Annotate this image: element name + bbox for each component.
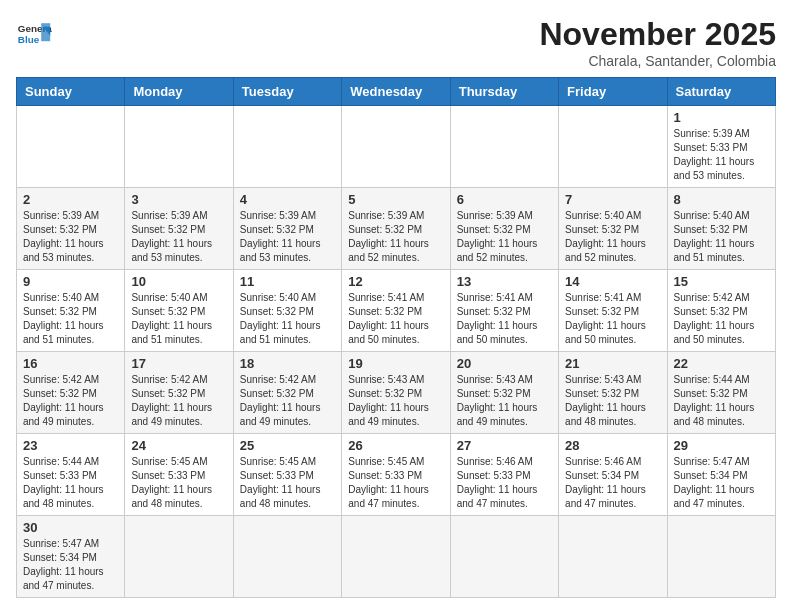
day-cell — [233, 106, 341, 188]
week-row-2: 2Sunrise: 5:39 AM Sunset: 5:32 PM Daylig… — [17, 188, 776, 270]
day-number: 15 — [674, 274, 769, 289]
day-cell: 29Sunrise: 5:47 AM Sunset: 5:34 PM Dayli… — [667, 434, 775, 516]
day-cell: 22Sunrise: 5:44 AM Sunset: 5:32 PM Dayli… — [667, 352, 775, 434]
day-cell: 16Sunrise: 5:42 AM Sunset: 5:32 PM Dayli… — [17, 352, 125, 434]
day-info: Sunrise: 5:43 AM Sunset: 5:32 PM Dayligh… — [457, 373, 552, 429]
day-number: 20 — [457, 356, 552, 371]
day-number: 5 — [348, 192, 443, 207]
day-cell: 27Sunrise: 5:46 AM Sunset: 5:33 PM Dayli… — [450, 434, 558, 516]
day-info: Sunrise: 5:46 AM Sunset: 5:34 PM Dayligh… — [565, 455, 660, 511]
day-cell: 3Sunrise: 5:39 AM Sunset: 5:32 PM Daylig… — [125, 188, 233, 270]
day-info: Sunrise: 5:44 AM Sunset: 5:32 PM Dayligh… — [674, 373, 769, 429]
day-number: 4 — [240, 192, 335, 207]
day-cell: 8Sunrise: 5:40 AM Sunset: 5:32 PM Daylig… — [667, 188, 775, 270]
day-number: 18 — [240, 356, 335, 371]
page-header: General Blue November 2025 Charala, Sant… — [16, 16, 776, 69]
day-cell: 7Sunrise: 5:40 AM Sunset: 5:32 PM Daylig… — [559, 188, 667, 270]
svg-text:Blue: Blue — [18, 34, 40, 45]
day-info: Sunrise: 5:40 AM Sunset: 5:32 PM Dayligh… — [23, 291, 118, 347]
weekday-header-friday: Friday — [559, 78, 667, 106]
week-row-5: 23Sunrise: 5:44 AM Sunset: 5:33 PM Dayli… — [17, 434, 776, 516]
day-cell — [667, 516, 775, 598]
day-number: 27 — [457, 438, 552, 453]
day-number: 22 — [674, 356, 769, 371]
day-info: Sunrise: 5:42 AM Sunset: 5:32 PM Dayligh… — [240, 373, 335, 429]
day-number: 8 — [674, 192, 769, 207]
day-info: Sunrise: 5:39 AM Sunset: 5:33 PM Dayligh… — [674, 127, 769, 183]
day-info: Sunrise: 5:41 AM Sunset: 5:32 PM Dayligh… — [348, 291, 443, 347]
day-info: Sunrise: 5:40 AM Sunset: 5:32 PM Dayligh… — [565, 209, 660, 265]
month-year-title: November 2025 — [539, 16, 776, 53]
day-cell: 2Sunrise: 5:39 AM Sunset: 5:32 PM Daylig… — [17, 188, 125, 270]
day-number: 1 — [674, 110, 769, 125]
day-info: Sunrise: 5:39 AM Sunset: 5:32 PM Dayligh… — [23, 209, 118, 265]
day-cell: 30Sunrise: 5:47 AM Sunset: 5:34 PM Dayli… — [17, 516, 125, 598]
day-number: 26 — [348, 438, 443, 453]
logo: General Blue — [16, 16, 52, 52]
day-number: 12 — [348, 274, 443, 289]
day-info: Sunrise: 5:39 AM Sunset: 5:32 PM Dayligh… — [240, 209, 335, 265]
day-info: Sunrise: 5:41 AM Sunset: 5:32 PM Dayligh… — [457, 291, 552, 347]
day-info: Sunrise: 5:43 AM Sunset: 5:32 PM Dayligh… — [348, 373, 443, 429]
day-cell: 20Sunrise: 5:43 AM Sunset: 5:32 PM Dayli… — [450, 352, 558, 434]
day-cell: 1Sunrise: 5:39 AM Sunset: 5:33 PM Daylig… — [667, 106, 775, 188]
day-cell — [342, 106, 450, 188]
week-row-1: 1Sunrise: 5:39 AM Sunset: 5:33 PM Daylig… — [17, 106, 776, 188]
day-number: 11 — [240, 274, 335, 289]
day-cell: 12Sunrise: 5:41 AM Sunset: 5:32 PM Dayli… — [342, 270, 450, 352]
day-cell — [559, 516, 667, 598]
day-cell — [559, 106, 667, 188]
day-cell: 25Sunrise: 5:45 AM Sunset: 5:33 PM Dayli… — [233, 434, 341, 516]
day-info: Sunrise: 5:45 AM Sunset: 5:33 PM Dayligh… — [131, 455, 226, 511]
day-number: 2 — [23, 192, 118, 207]
day-number: 21 — [565, 356, 660, 371]
day-info: Sunrise: 5:45 AM Sunset: 5:33 PM Dayligh… — [240, 455, 335, 511]
day-info: Sunrise: 5:40 AM Sunset: 5:32 PM Dayligh… — [240, 291, 335, 347]
day-cell: 14Sunrise: 5:41 AM Sunset: 5:32 PM Dayli… — [559, 270, 667, 352]
day-cell: 24Sunrise: 5:45 AM Sunset: 5:33 PM Dayli… — [125, 434, 233, 516]
day-info: Sunrise: 5:47 AM Sunset: 5:34 PM Dayligh… — [674, 455, 769, 511]
day-number: 29 — [674, 438, 769, 453]
weekday-header-thursday: Thursday — [450, 78, 558, 106]
day-number: 13 — [457, 274, 552, 289]
day-cell: 9Sunrise: 5:40 AM Sunset: 5:32 PM Daylig… — [17, 270, 125, 352]
day-number: 3 — [131, 192, 226, 207]
day-cell: 10Sunrise: 5:40 AM Sunset: 5:32 PM Dayli… — [125, 270, 233, 352]
day-number: 14 — [565, 274, 660, 289]
day-cell: 18Sunrise: 5:42 AM Sunset: 5:32 PM Dayli… — [233, 352, 341, 434]
weekday-header-saturday: Saturday — [667, 78, 775, 106]
day-cell: 26Sunrise: 5:45 AM Sunset: 5:33 PM Dayli… — [342, 434, 450, 516]
calendar-table: SundayMondayTuesdayWednesdayThursdayFrid… — [16, 77, 776, 598]
day-info: Sunrise: 5:39 AM Sunset: 5:32 PM Dayligh… — [348, 209, 443, 265]
day-cell — [17, 106, 125, 188]
day-cell — [125, 106, 233, 188]
day-cell: 17Sunrise: 5:42 AM Sunset: 5:32 PM Dayli… — [125, 352, 233, 434]
day-number: 28 — [565, 438, 660, 453]
day-info: Sunrise: 5:44 AM Sunset: 5:33 PM Dayligh… — [23, 455, 118, 511]
day-number: 24 — [131, 438, 226, 453]
day-cell: 15Sunrise: 5:42 AM Sunset: 5:32 PM Dayli… — [667, 270, 775, 352]
day-number: 25 — [240, 438, 335, 453]
day-number: 17 — [131, 356, 226, 371]
day-cell — [450, 106, 558, 188]
location-subtitle: Charala, Santander, Colombia — [539, 53, 776, 69]
day-cell: 19Sunrise: 5:43 AM Sunset: 5:32 PM Dayli… — [342, 352, 450, 434]
day-cell: 21Sunrise: 5:43 AM Sunset: 5:32 PM Dayli… — [559, 352, 667, 434]
day-info: Sunrise: 5:46 AM Sunset: 5:33 PM Dayligh… — [457, 455, 552, 511]
week-row-4: 16Sunrise: 5:42 AM Sunset: 5:32 PM Dayli… — [17, 352, 776, 434]
day-info: Sunrise: 5:40 AM Sunset: 5:32 PM Dayligh… — [674, 209, 769, 265]
day-info: Sunrise: 5:47 AM Sunset: 5:34 PM Dayligh… — [23, 537, 118, 593]
day-cell: 28Sunrise: 5:46 AM Sunset: 5:34 PM Dayli… — [559, 434, 667, 516]
day-cell — [450, 516, 558, 598]
day-info: Sunrise: 5:45 AM Sunset: 5:33 PM Dayligh… — [348, 455, 443, 511]
weekday-header-sunday: Sunday — [17, 78, 125, 106]
day-info: Sunrise: 5:39 AM Sunset: 5:32 PM Dayligh… — [457, 209, 552, 265]
weekday-header-monday: Monday — [125, 78, 233, 106]
day-info: Sunrise: 5:42 AM Sunset: 5:32 PM Dayligh… — [131, 373, 226, 429]
day-info: Sunrise: 5:42 AM Sunset: 5:32 PM Dayligh… — [23, 373, 118, 429]
day-number: 10 — [131, 274, 226, 289]
title-area: November 2025 Charala, Santander, Colomb… — [539, 16, 776, 69]
weekday-header-row: SundayMondayTuesdayWednesdayThursdayFrid… — [17, 78, 776, 106]
day-number: 6 — [457, 192, 552, 207]
day-cell: 23Sunrise: 5:44 AM Sunset: 5:33 PM Dayli… — [17, 434, 125, 516]
